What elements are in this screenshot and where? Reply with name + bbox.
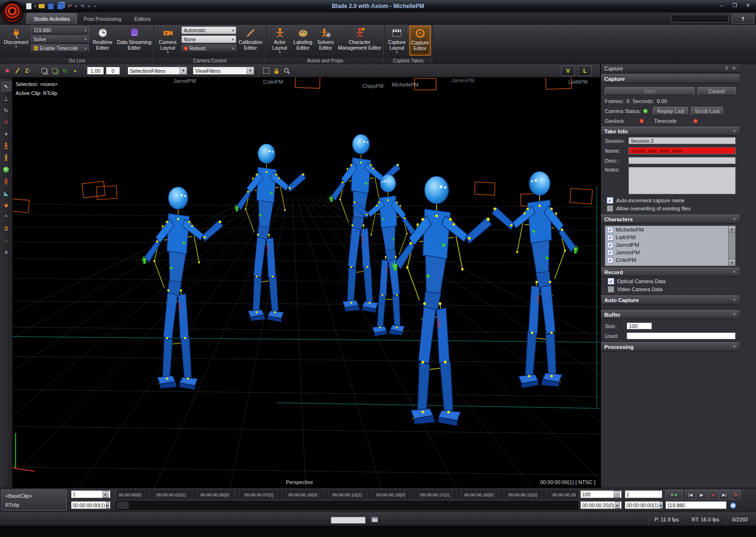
skeleton-colinpm[interactable] [234, 144, 306, 322]
curve-icon[interactable]: S [2, 224, 11, 233]
close-button[interactable]: ✕ [742, 1, 754, 9]
character-checkbox[interactable] [607, 234, 613, 241]
protractor-icon[interactable]: ◣ [2, 189, 11, 198]
start-frame-field[interactable]: 1▶ [71, 490, 111, 498]
view-filters-dropdown[interactable]: ViewFilters ▼ [193, 67, 254, 75]
capture-editor-button[interactable]: Capture Editor [409, 26, 431, 56]
pin-icon[interactable]: ⚲ [725, 66, 728, 71]
wand-icon[interactable] [13, 67, 22, 75]
character-checkbox[interactable] [607, 227, 613, 233]
scroll-thumb[interactable] [117, 502, 129, 509]
go-to-start-button[interactable]: |◀ [685, 490, 696, 500]
chevron-down-icon[interactable]: ▼ [247, 67, 254, 74]
chevron-icon[interactable]: ^ [2, 212, 11, 221]
translate-icon[interactable]: + [2, 130, 11, 139]
note-icon[interactable]: ♪ [2, 236, 11, 245]
labeling-editor-button[interactable]: Labeling Editor [292, 26, 314, 56]
capture-layout-button[interactable]: Capture Layout ▾ [386, 26, 408, 56]
close-panel-icon[interactable]: ✕ [732, 66, 736, 71]
range-step-field[interactable]: 1 [625, 490, 662, 498]
reboot-dropdown[interactable]: Reboot ▾ [181, 44, 236, 52]
processing-header[interactable]: Processing▼ [601, 342, 739, 351]
viewport-canvas[interactable] [13, 78, 600, 488]
window-icon[interactable] [371, 517, 378, 522]
record-dot-icon[interactable]: ● [71, 67, 79, 75]
skeleton-jarrodpm[interactable] [142, 187, 223, 390]
in-point-field[interactable]: 00:00:00:00(1)▶ [625, 501, 662, 509]
rotate-icon[interactable]: ↻ [2, 106, 11, 115]
spinner-icon[interactable]: ▶ [615, 502, 620, 509]
realtime-editor-button[interactable]: Realtime Editor [91, 26, 114, 56]
clip-selector[interactable]: <BaseClip> RTclip [1, 490, 67, 511]
scroll-down-icon[interactable]: ▼ [729, 259, 735, 266]
save-icon[interactable] [47, 2, 55, 10]
solvers-editor-button[interactable]: Solvers Editor [315, 26, 336, 56]
list-item[interactable]: JamesPM [605, 249, 735, 256]
lock-icon[interactable] [272, 67, 281, 75]
redo-dropdown-icon[interactable]: ▾ [88, 4, 90, 9]
skeleton-jamespm[interactable] [392, 176, 491, 426]
take-info-header[interactable]: Take Info▼ [601, 127, 739, 136]
calibration-editor-button[interactable]: Calibration Editor [237, 26, 264, 56]
grip-icon[interactable]: ◁ [614, 491, 620, 498]
customize-toolbar-icon[interactable]: ≡ [94, 4, 96, 9]
disconnect-button[interactable]: Disconnect ▾ [2, 26, 30, 56]
spinner-icon[interactable]: ▶ [106, 502, 109, 509]
duplicate-icon[interactable] [40, 67, 48, 75]
new-file-dropdown-icon[interactable]: ▾ [34, 4, 36, 9]
take-list-button[interactable]: ≡▶ [665, 490, 683, 500]
replay-last-button[interactable]: Replay Last [653, 107, 688, 115]
desc-field[interactable] [628, 157, 736, 164]
timeline-scrollbar[interactable] [116, 501, 578, 510]
anchor-icon[interactable]: ⊥ [2, 94, 11, 103]
frame-field[interactable]: 0 [106, 67, 120, 75]
save-all-icon[interactable] [56, 2, 64, 10]
character-management-editor-button[interactable]: Character Management Editor [337, 26, 382, 56]
sync-clock-icon[interactable] [730, 502, 736, 509]
character-checkbox[interactable] [607, 250, 613, 256]
buffer-header[interactable]: Buffer▼ [601, 310, 739, 319]
perspective-viewport[interactable]: Selection: <none> Active Clip: RTclip Ja… [13, 78, 600, 488]
open-folder-icon[interactable] [37, 2, 45, 10]
list-item[interactable]: LaithPM [605, 234, 735, 241]
delete-icon[interactable]: ✕ [2, 118, 11, 127]
character-tool-icon[interactable] [2, 177, 11, 186]
scale-field[interactable]: 1.00 [87, 67, 104, 75]
framerate-field[interactable]: 119.880 [665, 501, 727, 509]
spinner-icon[interactable]: ▶ [660, 502, 663, 509]
outline-icon[interactable]: ≡ [2, 248, 11, 257]
current-time-field[interactable]: 00:00:00:00(1)▶ [71, 501, 111, 509]
walk-actor-icon[interactable] [2, 141, 11, 150]
camera-filter-dropdown[interactable]: None▾ [181, 35, 236, 43]
magnifier-icon[interactable] [283, 67, 291, 75]
z-up-icon[interactable]: Z↑ [24, 67, 32, 75]
play-button[interactable]: ▶ [696, 490, 707, 500]
characters-header[interactable]: Characters▼ [601, 215, 739, 224]
help-button[interactable]: ? [731, 14, 754, 24]
skeleton-laithpm[interactable] [492, 172, 578, 388]
redo-icon[interactable]: ↷ [78, 2, 86, 10]
session-dropdown[interactable]: Session 2 [628, 137, 736, 144]
data-streaming-editor-button[interactable]: Data Streaming Editor [116, 26, 152, 56]
actor-icon[interactable] [2, 153, 11, 162]
buffer-size-field[interactable]: 100 [627, 322, 652, 329]
viewport-mode-icon[interactable]: ✺ [3, 67, 11, 75]
loop-button[interactable]: ↻ [730, 490, 741, 500]
tab-post-processing[interactable]: Post Processing [77, 14, 128, 24]
selection-filters-dropdown[interactable]: SelectionFilters ▼ [128, 67, 187, 75]
ribbon-search-input[interactable] [671, 15, 729, 23]
status-input[interactable] [331, 517, 366, 524]
copy-layout-icon[interactable] [50, 67, 59, 75]
view-toggle-l-button[interactable]: L [578, 66, 592, 76]
scroll-up-icon[interactable]: ▲ [729, 226, 735, 233]
range-max-field[interactable]: 100◁ [580, 490, 622, 498]
characters-scrollbar[interactable]: ▲ ▼ [728, 226, 735, 266]
list-item[interactable]: ColinPM [605, 256, 735, 264]
auto-increment-checkbox[interactable] [607, 197, 613, 204]
new-file-icon[interactable] [25, 2, 33, 10]
tab-studio-activities[interactable]: Studio Activities [26, 13, 77, 24]
refresh-icon[interactable]: ↻ [60, 67, 69, 75]
list-item[interactable]: MichellePM [605, 226, 735, 234]
video-camera-data-checkbox[interactable] [608, 286, 614, 293]
select-arrow-icon[interactable]: ↖ [1, 81, 11, 91]
